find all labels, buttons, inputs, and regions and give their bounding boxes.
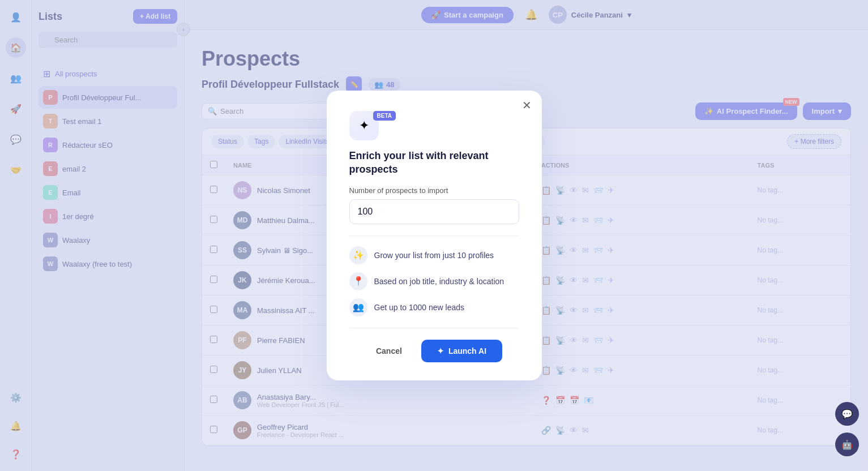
prospects-count-input[interactable] [349,199,519,224]
feature-item-2: 👥 Get up to 1000 new leads [349,298,519,316]
launch-label: Launch AI [448,346,486,356]
cancel-button[interactable]: Cancel [366,341,412,361]
feature-icon-2: 👥 [349,298,367,316]
modal-actions: Cancel ✦ Launch AI [349,340,519,362]
feature-list: ✨ Grow your list from just 10 profiles 📍… [349,246,519,316]
feature-item-1: 📍 Based on job title, industry & locatio… [349,272,519,290]
launch-sparkle-icon: ✦ [437,346,444,356]
feature-text-2: Get up to 1000 new leads [374,303,465,312]
modal-input-label: Number of prospects to import [349,186,519,195]
feature-icon-0: ✨ [349,246,367,264]
feature-item-0: ✨ Grow your list from just 10 profiles [349,246,519,264]
chat-fab-1[interactable]: 💬 [835,402,859,426]
beta-badge: BETA [373,111,396,121]
feature-icon-1: 📍 [349,272,367,290]
enrich-modal: ✕ ✦ BETA Enrich your list with relevant … [327,91,542,380]
modal-close-button[interactable]: ✕ [522,100,532,111]
modal-title: Enrich your list with relevant prospects [349,149,519,176]
feature-text-0: Grow your list from just 10 profiles [374,251,494,260]
feature-text-1: Based on job title, industry & location [374,277,504,286]
chat-fab-2[interactable]: 🤖 [835,433,859,456]
launch-ai-button[interactable]: ✦ Launch AI [421,340,502,362]
modal-overlay: ✕ ✦ BETA Enrich your list with relevant … [0,0,868,471]
modal-divider-2 [349,328,519,328]
modal-divider-1 [349,236,519,236]
